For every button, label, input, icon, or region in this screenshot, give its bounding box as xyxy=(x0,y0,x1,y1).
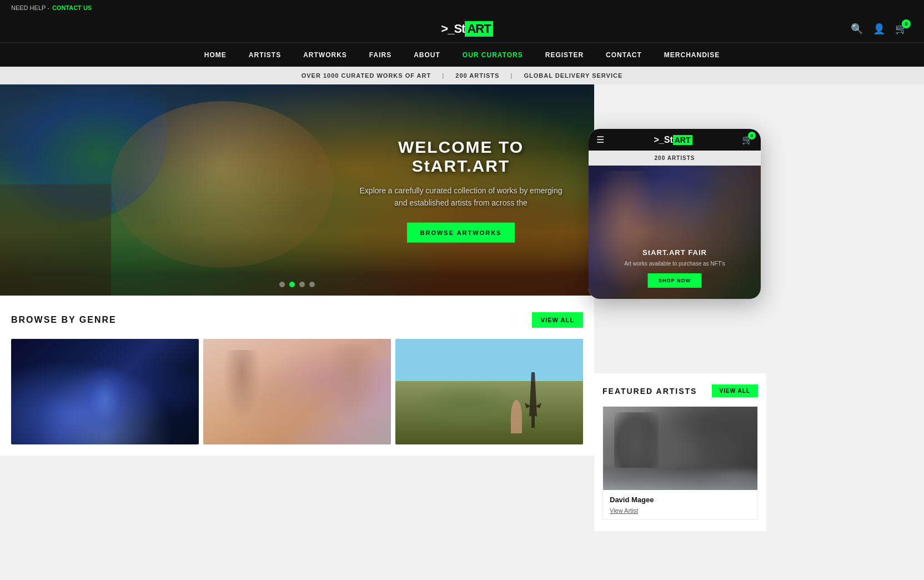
main-wrapper: WELCOME TO StART.ART Explore a carefully… xyxy=(0,84,924,456)
artist-name: David Magee xyxy=(610,496,751,504)
nav-fairs[interactable]: FAIRS xyxy=(369,51,391,59)
artist-card[interactable]: David Magee View Artist xyxy=(602,406,758,520)
info-bar: OVER 1000 CURATED WORKS OF ART | 200 ART… xyxy=(0,67,924,84)
hero-dot-4[interactable] xyxy=(309,282,315,287)
logo-arrow: >_St xyxy=(441,22,465,36)
account-icon[interactable]: 👤 xyxy=(873,23,885,35)
info-item-2: 200 ARTISTS xyxy=(455,72,499,79)
nav-register[interactable]: REGISTER xyxy=(545,51,584,59)
hero-person-left xyxy=(0,184,111,296)
hero-figure-element xyxy=(111,101,333,268)
phone-logo-arrow: >_St xyxy=(654,135,672,145)
logo-art: ART xyxy=(465,21,493,37)
phone-logo-art: ART xyxy=(673,135,692,145)
genre-grid xyxy=(0,339,594,444)
hero-dot-2[interactable] xyxy=(289,282,295,287)
hero-carousel-dots xyxy=(279,282,315,287)
hero-content: WELCOME TO StART.ART Explore a carefully… xyxy=(355,138,566,243)
genre-card-figurative[interactable] xyxy=(203,339,391,444)
hero-subtitle: Explore a carefully curated collection o… xyxy=(355,184,566,209)
search-icon[interactable]: 🔍 xyxy=(851,23,863,35)
phone-logo[interactable]: >_StART xyxy=(654,135,692,145)
need-help-text: NEED HELP - xyxy=(11,4,49,11)
hero-dot-1[interactable] xyxy=(279,282,285,287)
contact-us-link[interactable]: CONTACT US xyxy=(52,4,92,11)
phone-menu-icon[interactable]: ☰ xyxy=(596,134,604,145)
genre-card-landscape[interactable] xyxy=(395,339,583,444)
featured-artists-section: FEATURED ARTISTS VIEW ALL David Magee Vi… xyxy=(594,373,766,531)
hero-section: WELCOME TO StART.ART Explore a carefully… xyxy=(0,84,594,296)
artist-info: David Magee View Artist xyxy=(603,490,757,519)
hero-dot-3[interactable] xyxy=(299,282,305,287)
nav-about[interactable]: ABOUT xyxy=(414,51,440,59)
separator-1: | xyxy=(442,72,444,79)
featured-header: FEATURED ARTISTS VIEW ALL xyxy=(602,384,758,397)
phone-shop-now-button[interactable]: SHOP NOW xyxy=(647,273,702,288)
main-nav: HOME ARTISTS ARTWORKS FAIRS ABOUT OUR CU… xyxy=(0,43,924,67)
header-icons: 🔍 👤 🛒 0 xyxy=(851,23,907,35)
cart-badge: 0 xyxy=(902,19,911,28)
hero-title: WELCOME TO StART.ART xyxy=(355,138,566,176)
browse-title: BROWSE BY GENRE xyxy=(11,315,117,325)
main-column: WELCOME TO StART.ART Explore a carefully… xyxy=(0,84,594,456)
nav-merchandise[interactable]: MERCHANDISE xyxy=(664,51,720,59)
nav-our-curators[interactable]: OUR CURATORS xyxy=(463,51,523,59)
featured-view-all-button[interactable]: VIEW ALL xyxy=(712,384,758,397)
browse-artworks-button[interactable]: BROWSE ARTWORKS xyxy=(407,222,515,242)
browse-genre-section: BROWSE BY GENRE VIEW ALL xyxy=(0,296,594,456)
browse-view-all-button[interactable]: VIEW ALL xyxy=(532,312,583,328)
featured-title: FEATURED ARTISTS xyxy=(602,387,697,396)
phone-hero-content: StART.ART FAIR Art works available to pu… xyxy=(597,248,752,288)
top-bar: NEED HELP - CONTACT US xyxy=(0,0,924,16)
site-header: >_StART 🔍 👤 🛒 0 xyxy=(0,16,924,43)
phone-top-bar: ☰ >_StART 🛒 0 xyxy=(589,129,761,151)
browse-section-header: BROWSE BY GENRE VIEW ALL xyxy=(0,312,594,328)
nav-contact[interactable]: CONTACT xyxy=(606,51,642,59)
phone-hero-image: StART.ART FAIR Art works available to pu… xyxy=(589,166,761,299)
phone-hero-subtitle: Art works available to purchase as NFT's xyxy=(597,260,752,268)
right-panel: ☰ >_StART 🛒 0 200 ARTISTS StART.ART FAIR xyxy=(594,84,766,456)
genre-card-dark[interactable] xyxy=(11,339,199,444)
genre-smoke-effect xyxy=(11,339,199,444)
separator-2: | xyxy=(510,72,513,79)
phone-overlay: ☰ >_StART 🛒 0 200 ARTISTS StART.ART FAIR xyxy=(589,129,761,299)
phone-info-bar: 200 ARTISTS xyxy=(589,151,761,166)
nav-home[interactable]: HOME xyxy=(204,51,227,59)
phone-cart-icon[interactable]: 🛒 0 xyxy=(742,134,753,145)
cart-icon[interactable]: 🛒 0 xyxy=(895,23,907,35)
phone-cart-badge: 0 xyxy=(748,132,756,139)
info-item-3: GLOBAL DELIVERY SERVICE xyxy=(524,72,622,79)
nav-artists[interactable]: ARTISTS xyxy=(249,51,281,59)
site-logo[interactable]: >_StART xyxy=(441,21,493,37)
info-item-1: OVER 1000 CURATED WORKS OF ART xyxy=(302,72,431,79)
phone-hero-title: StART.ART FAIR xyxy=(597,248,752,257)
artist-image xyxy=(603,407,757,490)
view-artist-link[interactable]: View Artist xyxy=(610,507,751,514)
nav-artworks[interactable]: ARTWORKS xyxy=(303,51,347,59)
